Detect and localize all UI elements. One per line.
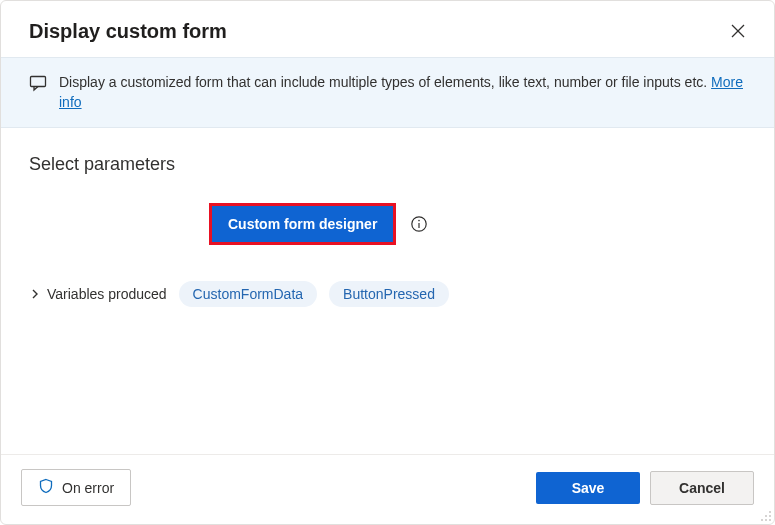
on-error-label: On error <box>62 480 114 496</box>
svg-point-4 <box>419 219 421 221</box>
info-icon <box>410 215 428 233</box>
dialog-title: Display custom form <box>29 20 227 43</box>
variables-row: Variables produced CustomFormData Button… <box>29 281 746 307</box>
info-text: Display a customized form that can inclu… <box>59 72 746 113</box>
variable-chip-buttonpressed[interactable]: ButtonPressed <box>329 281 449 307</box>
message-icon <box>29 74 47 95</box>
section-heading: Select parameters <box>29 154 746 175</box>
on-error-button[interactable]: On error <box>21 469 131 506</box>
svg-rect-2 <box>31 77 46 87</box>
info-tooltip-button[interactable] <box>410 215 428 233</box>
dialog-body: Select parameters Custom form designer V… <box>1 128 774 454</box>
dialog-footer: On error Save Cancel <box>1 454 774 524</box>
info-bar: Display a customized form that can inclu… <box>1 57 774 128</box>
close-button[interactable] <box>724 17 752 45</box>
cancel-button[interactable]: Cancel <box>650 471 754 505</box>
param-row-designer: Custom form designer <box>209 203 746 245</box>
dialog-display-custom-form: Display custom form Display a customized… <box>0 0 775 525</box>
close-icon <box>730 23 746 39</box>
variable-chip-customformdata[interactable]: CustomFormData <box>179 281 317 307</box>
custom-form-designer-button[interactable]: Custom form designer <box>212 206 393 242</box>
shield-icon <box>38 478 54 497</box>
variables-produced-label: Variables produced <box>47 286 167 302</box>
save-button[interactable]: Save <box>536 472 640 504</box>
variables-produced-toggle[interactable]: Variables produced <box>29 286 167 302</box>
highlight-frame: Custom form designer <box>209 203 396 245</box>
info-description: Display a customized form that can inclu… <box>59 74 711 90</box>
chevron-right-icon <box>29 288 41 300</box>
dialog-header: Display custom form <box>1 1 774 57</box>
